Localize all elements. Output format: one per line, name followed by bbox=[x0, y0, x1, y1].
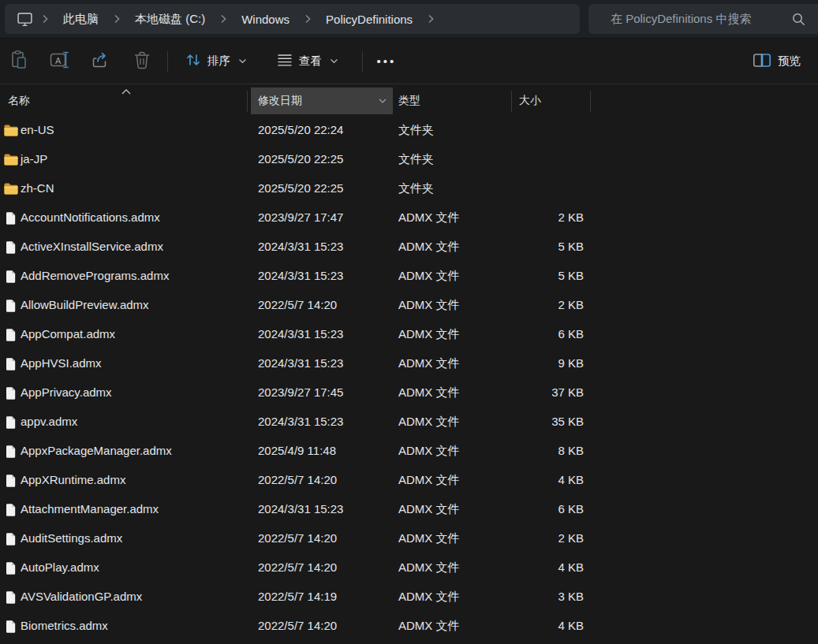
file-row[interactable]: AppPrivacy.admx 2023/9/27 17:45 ADMX 文件 … bbox=[0, 378, 818, 408]
file-row[interactable]: AttachmentManager.admx 2024/3/31 15:23 A… bbox=[0, 495, 818, 524]
toolbar-divider bbox=[167, 51, 168, 72]
file-name: AppxPackageManager.admx bbox=[21, 444, 172, 457]
file-row[interactable]: AddRemovePrograms.admx 2024/3/31 15:23 A… bbox=[0, 262, 818, 291]
file-type: ADMX 文件 bbox=[398, 269, 460, 284]
file-row[interactable]: AVSValidationGP.admx 2022/5/7 14:19 ADMX… bbox=[0, 583, 818, 612]
column-header-type[interactable]: 类型 bbox=[398, 94, 420, 108]
chevron-down-icon bbox=[238, 58, 247, 64]
file-icon bbox=[6, 270, 16, 283]
address-toolbar: 此电脑 本地磁盘 (C:) Windows PolicyDefinitions … bbox=[0, 0, 818, 38]
file-row[interactable]: AppxPackageManager.admx 2025/4/9 11:48 A… bbox=[0, 437, 818, 466]
file-name: AVSValidationGP.admx bbox=[21, 590, 142, 603]
file-row[interactable]: AuditSettings.admx 2022/5/7 14:20 ADMX 文… bbox=[0, 524, 818, 553]
column-separator[interactable] bbox=[247, 91, 248, 112]
file-type: ADMX 文件 bbox=[398, 590, 460, 605]
column-header-size[interactable]: 大小 bbox=[519, 94, 541, 108]
file-type: ADMX 文件 bbox=[398, 356, 460, 371]
delete-button[interactable] bbox=[125, 47, 159, 76]
sort-button[interactable]: 排序 bbox=[176, 47, 256, 76]
file-type: ADMX 文件 bbox=[398, 298, 460, 313]
sort-icon bbox=[185, 52, 201, 70]
file-row[interactable]: AccountNotifications.admx 2023/9/27 17:4… bbox=[0, 203, 818, 233]
breadcrumb-chevron-icon bbox=[114, 14, 120, 24]
file-name: AttachmentManager.admx bbox=[21, 502, 159, 516]
file-type: ADMX 文件 bbox=[398, 444, 460, 459]
file-row[interactable]: AppXRuntime.admx 2022/5/7 14:20 ADMX 文件 … bbox=[0, 466, 818, 495]
file-name: AuditSettings.admx bbox=[21, 531, 122, 545]
file-name: zh-CN bbox=[21, 181, 54, 195]
file-size: 2 KB bbox=[489, 531, 584, 545]
file-icon bbox=[6, 591, 16, 604]
file-icon bbox=[6, 562, 16, 575]
modified-date: 2022/5/7 14:20 bbox=[258, 619, 337, 632]
file-row[interactable]: AllowBuildPreview.admx 2022/5/7 14:20 AD… bbox=[0, 291, 818, 320]
file-name: en-US bbox=[21, 123, 54, 136]
file-name: AppCompat.admx bbox=[21, 327, 115, 341]
file-size: 4 KB bbox=[489, 473, 584, 486]
file-list: en-US 2025/5/20 22:24 文件夹 ja-JP 2025/5/2… bbox=[0, 116, 818, 641]
file-row[interactable]: Biometrics.admx 2022/5/7 14:20 ADMX 文件 4… bbox=[0, 612, 818, 641]
file-row[interactable]: zh-CN 2025/5/20 22:25 文件夹 bbox=[0, 174, 818, 203]
column-header-row: 名称 修改日期 类型 大小 bbox=[0, 84, 818, 116]
folder-icon bbox=[4, 183, 18, 195]
modified-date: 2022/5/7 14:20 bbox=[258, 298, 337, 311]
column-header-date-label: 修改日期 bbox=[258, 94, 302, 108]
file-type: ADMX 文件 bbox=[398, 415, 460, 430]
file-type: ADMX 文件 bbox=[398, 327, 460, 342]
file-type: ADMX 文件 bbox=[398, 473, 460, 488]
file-row[interactable]: AutoPlay.admx 2022/5/7 14:20 ADMX 文件 4 K… bbox=[0, 553, 818, 583]
file-row[interactable]: ActiveXInstallService.admx 2024/3/31 15:… bbox=[0, 233, 818, 262]
file-type: 文件夹 bbox=[398, 152, 434, 167]
file-row[interactable]: AppHVSI.admx 2024/3/31 15:23 ADMX 文件 9 K… bbox=[0, 349, 818, 378]
search-placeholder: 在 PolicyDefinitions 中搜索 bbox=[611, 12, 792, 27]
file-row[interactable]: en-US 2025/5/20 22:24 文件夹 bbox=[0, 116, 818, 145]
rename-icon: A bbox=[49, 50, 71, 73]
view-button[interactable]: 查看 bbox=[267, 47, 348, 76]
search-box[interactable]: 在 PolicyDefinitions 中搜索 bbox=[588, 4, 818, 34]
modified-date: 2024/3/31 15:23 bbox=[258, 356, 343, 370]
preview-toggle-button[interactable]: 预览 bbox=[743, 47, 810, 76]
file-icon bbox=[6, 300, 16, 312]
file-size: 2 KB bbox=[489, 298, 584, 311]
file-type: ADMX 文件 bbox=[398, 619, 460, 634]
file-name: Biometrics.admx bbox=[21, 619, 108, 632]
file-row[interactable]: AppCompat.admx 2024/3/31 15:23 ADMX 文件 6… bbox=[0, 320, 818, 349]
modified-date: 2025/5/20 22:25 bbox=[258, 181, 343, 195]
file-row[interactable]: ja-JP 2025/5/20 22:25 文件夹 bbox=[0, 145, 818, 174]
breadcrumb-local-disk-c[interactable]: 本地磁盘 (C:) bbox=[125, 7, 215, 32]
file-icon bbox=[6, 445, 16, 458]
sort-label: 排序 bbox=[207, 54, 230, 69]
modified-date: 2023/9/27 17:45 bbox=[258, 385, 343, 399]
column-separator[interactable] bbox=[511, 91, 512, 112]
rename-button[interactable]: A bbox=[43, 47, 77, 76]
column-separator[interactable] bbox=[590, 91, 591, 112]
search-icon[interactable] bbox=[792, 13, 805, 26]
breadcrumb-chevron-icon bbox=[304, 14, 311, 24]
breadcrumb-this-pc[interactable]: 此电脑 bbox=[53, 7, 109, 32]
file-size: 4 KB bbox=[489, 560, 584, 574]
file-size: 5 KB bbox=[489, 269, 584, 282]
file-name: AddRemovePrograms.admx bbox=[21, 269, 169, 282]
breadcrumb-windows[interactable]: Windows bbox=[231, 8, 300, 31]
paste-button[interactable] bbox=[2, 47, 36, 76]
share-button[interactable] bbox=[84, 47, 118, 76]
file-name: appv.admx bbox=[21, 415, 77, 428]
sort-ascending-icon bbox=[121, 85, 132, 98]
folder-icon bbox=[4, 154, 18, 166]
folder-icon bbox=[4, 125, 18, 136]
modified-date: 2022/5/7 14:20 bbox=[258, 473, 337, 486]
command-bar: A 排序 查看 ••• bbox=[0, 38, 818, 84]
more-options-button[interactable]: ••• bbox=[371, 47, 402, 76]
chevron-down-icon[interactable] bbox=[378, 98, 387, 104]
breadcrumb-policydefinitions[interactable]: PolicyDefinitions bbox=[316, 8, 423, 31]
file-icon bbox=[6, 620, 16, 633]
file-type: ADMX 文件 bbox=[398, 240, 460, 255]
file-size: 37 KB bbox=[489, 385, 584, 399]
file-row[interactable]: appv.admx 2024/3/31 15:23 ADMX 文件 35 KB bbox=[0, 408, 818, 437]
column-header-date[interactable]: 修改日期 bbox=[251, 87, 393, 114]
file-size: 2 KB bbox=[489, 210, 584, 224]
address-bar[interactable]: 此电脑 本地磁盘 (C:) Windows PolicyDefinitions bbox=[5, 4, 580, 34]
column-header-name[interactable]: 名称 bbox=[8, 94, 30, 108]
file-icon bbox=[6, 358, 16, 370]
modified-date: 2024/3/31 15:23 bbox=[258, 240, 343, 253]
